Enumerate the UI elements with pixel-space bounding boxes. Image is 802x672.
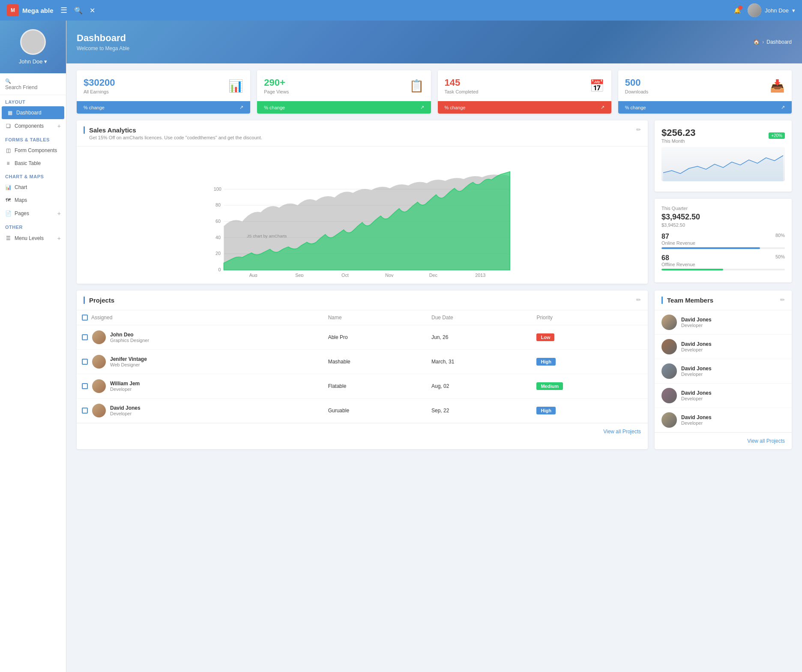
stat-trend-icon: ↗ [781, 105, 785, 110]
stat-value-downloads: 500 [625, 77, 648, 88]
row-checkbox[interactable] [82, 408, 88, 414]
sidebar-item-components[interactable]: ❏ Components + [0, 119, 66, 133]
this-month-label: This Month [661, 138, 696, 144]
team-title: Team Members [661, 297, 713, 304]
sidebar-item-label: Maps [15, 197, 27, 203]
sidebar-profile: John Doe ▾ [0, 21, 66, 73]
chart-card-header: Sales Analytics Get 15% Off on amCharts … [77, 120, 648, 147]
notification-badge [738, 6, 742, 10]
stat-card-pageviews-body: 290+ Page Views 📋 [257, 70, 431, 101]
stats-row: $30200 All Earnings 📊 % change ↗ 290+ Pa… [66, 63, 802, 120]
list-item: David Jones Developer [655, 310, 792, 335]
online-revenue-pct: 80% [775, 233, 785, 246]
stat-card-downloads: 500 Downloads 📥 % change ↗ [618, 70, 792, 114]
stat-footer-label: % change [445, 105, 466, 110]
chart-container: 0 20 40 60 80 100 [84, 157, 641, 277]
cell-project: Guruable [323, 399, 426, 423]
topnav-right: 🔔 John Doe ▾ [734, 3, 795, 17]
stat-card-tasks-body: 145 Task Completed 📅 [438, 70, 611, 101]
menu-levels-add-icon[interactable]: + [57, 235, 61, 242]
col-name: Name [323, 310, 426, 325]
chart-icon: 📊 [5, 184, 11, 190]
quarter-body: This Quarter $3,9452.50 $3,9452.50 87 On… [655, 198, 792, 282]
stat-footer-label: % change [84, 105, 105, 110]
team-edit-icon[interactable]: ✏ [780, 297, 785, 303]
brand: M Mega able [7, 4, 54, 16]
table-row: David Jones Developer Guruable Sep, 22 H… [77, 399, 648, 423]
online-revenue-item: 87 Online Revenue 80% [661, 233, 785, 249]
cell-project: Able Pro [323, 325, 426, 350]
list-item: David Jones Developer [655, 408, 792, 432]
select-all-checkbox[interactable] [82, 315, 88, 321]
stat-footer-earnings[interactable]: % change ↗ [77, 101, 250, 114]
svg-text:60: 60 [215, 219, 221, 224]
close-icon[interactable]: ✕ [90, 6, 95, 15]
breadcrumb-current: Dashboard [766, 39, 792, 45]
menu-icon[interactable]: ☰ [60, 6, 67, 15]
view-all-team-link[interactable]: View all Projects [655, 432, 792, 449]
stat-card-tasks: 145 Task Completed 📅 % change ↗ [438, 70, 611, 114]
search-input[interactable] [5, 84, 61, 90]
team-members-list: David Jones Developer David Jones Develo… [655, 310, 792, 432]
list-item: David Jones Developer [655, 335, 792, 359]
sidebar-item-dashboard[interactable]: ▦ Dashboard [2, 106, 64, 119]
sidebar-item-pages[interactable]: 📄 Pages + [0, 207, 66, 220]
sidebar-section-other: Other ☰ Menu Levels + [0, 220, 66, 245]
projects-title: Projects [84, 297, 114, 304]
sidebar-item-chart[interactable]: 📊 Chart [0, 181, 66, 194]
projects-edit-icon[interactable]: ✏ [636, 297, 641, 303]
person-name: David Jones [110, 405, 141, 411]
cell-priority: Low [531, 325, 648, 350]
sidebar-item-form-components[interactable]: ◫ Form Components [0, 144, 66, 157]
row-checkbox[interactable] [82, 359, 88, 365]
cell-priority: High [531, 399, 648, 423]
search-icon[interactable]: 🔍 [74, 6, 83, 15]
priority-badge: High [536, 358, 555, 366]
main-layout: John Doe ▾ 🔍 Layout ▦ Dashboard ❏ Compon… [0, 21, 802, 672]
stat-footer-label: % change [625, 105, 646, 110]
chart-edit-icon[interactable]: ✏ [636, 126, 641, 133]
online-revenue-number: 87 [661, 233, 695, 240]
stat-value-pageviews: 290+ [264, 77, 289, 88]
right-panel: $256.23 This Month +20% [655, 120, 792, 284]
sidebar-item-label: Form Components [15, 147, 57, 153]
sidebar-item-label: Menu Levels [15, 235, 44, 241]
chart-title: Sales Analytics [84, 126, 262, 134]
sidebar-item-maps[interactable]: 🗺 Maps [0, 194, 66, 207]
sidebar-avatar [20, 29, 46, 55]
team-member-name: David Jones [681, 317, 712, 323]
chart-card-body: 0 20 40 60 80 100 [77, 147, 648, 284]
pages-add-icon[interactable]: + [57, 210, 61, 217]
team-header: Team Members ✏ [655, 291, 792, 310]
cell-project: Mashable [323, 350, 426, 374]
sidebar-section-label-forms: Forms & Tables [0, 133, 66, 144]
user-menu[interactable]: John Doe ▾ [748, 3, 795, 17]
bell-button[interactable]: 🔔 [734, 7, 741, 14]
sidebar-item-basic-table[interactable]: ≡ Basic Table [0, 157, 66, 170]
this-month-body: $256.23 This Month +20% [655, 120, 792, 192]
stat-trend-icon: ↗ [420, 105, 424, 110]
stat-icon-tasks: 📅 [590, 79, 604, 93]
components-add-icon[interactable]: + [57, 123, 61, 129]
row-checkbox[interactable] [82, 334, 88, 340]
stat-card-pageviews: 290+ Page Views 📋 % change ↗ [257, 70, 431, 114]
stat-footer-pageviews[interactable]: % change ↗ [257, 101, 431, 114]
row-checkbox[interactable] [82, 383, 88, 389]
cell-assigned: William Jem Developer [77, 374, 323, 399]
person-name: John Deo [110, 332, 149, 338]
cell-duedate: Aug, 02 [426, 374, 531, 399]
sidebar-item-menu-levels[interactable]: ☰ Menu Levels + [0, 231, 66, 245]
col-duedate: Due Date [426, 310, 531, 325]
priority-badge: High [536, 407, 555, 414]
cell-assigned: Jenifer Vintage Web Designer [77, 350, 323, 374]
person-role: Graphics Designer [110, 338, 149, 343]
sidebar-section-charts: Chart & Maps 📊 Chart 🗺 Maps 📄 Pages + [0, 170, 66, 220]
this-month-value: $256.23 [661, 127, 696, 138]
stat-footer-tasks[interactable]: % change ↗ [438, 101, 611, 114]
chart-svg: 0 20 40 60 80 100 [84, 157, 641, 277]
svg-text:20: 20 [215, 251, 221, 256]
person-role: Developer [110, 387, 140, 392]
view-all-projects-link[interactable]: View all Projects [77, 423, 648, 440]
svg-text:40: 40 [215, 235, 221, 240]
stat-footer-downloads[interactable]: % change ↗ [618, 101, 792, 114]
